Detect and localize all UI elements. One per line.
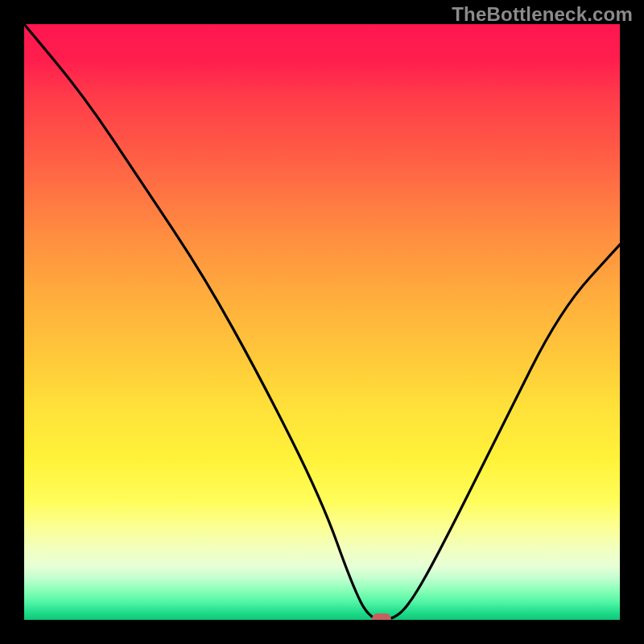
bottleneck-curve <box>24 24 620 620</box>
optimal-point-marker <box>372 613 391 620</box>
chart-frame: TheBottleneck.com <box>0 0 644 644</box>
watermark-text: TheBottleneck.com <box>452 3 633 26</box>
plot-area <box>24 24 620 620</box>
